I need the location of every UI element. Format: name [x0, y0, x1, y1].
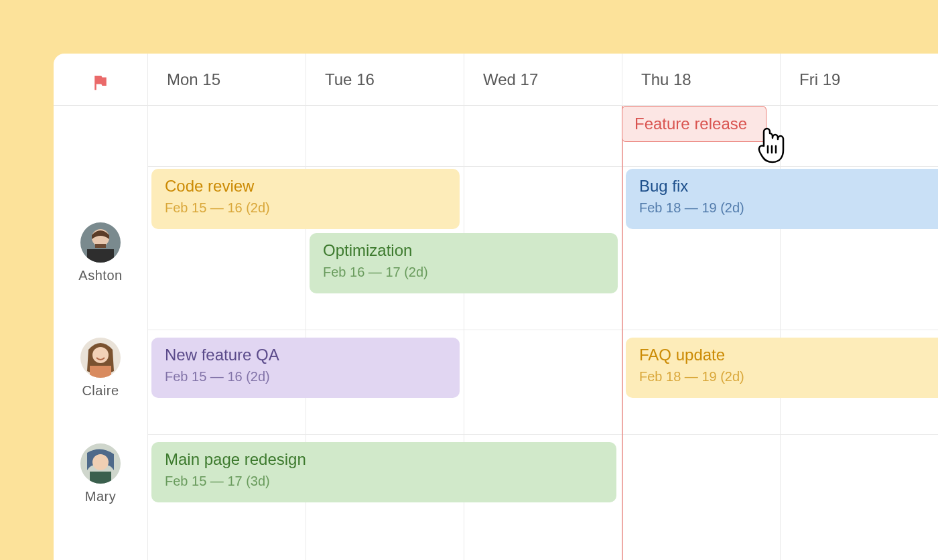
svg-rect-12 — [90, 472, 111, 484]
resource-mary[interactable]: Mary — [54, 443, 147, 537]
event-title: Main page redesign — [165, 450, 603, 470]
row-separator — [147, 330, 938, 330]
event-subtitle: Feb 15 — 17 (3d) — [165, 474, 603, 489]
event-subtitle: Feb 16 — 17 (2d) — [323, 265, 604, 280]
event-title: Bug fix — [639, 177, 927, 196]
svg-rect-3 — [95, 244, 106, 248]
resource-ashton[interactable]: Ashton — [54, 222, 147, 330]
event-title: Code review — [165, 177, 446, 196]
row-separator — [147, 434, 938, 435]
event-code-review[interactable]: Code review Feb 15 — 16 (2d) — [151, 169, 460, 229]
resource-name: Claire — [82, 383, 119, 399]
row-separator — [147, 166, 938, 167]
flag-icon — [90, 72, 111, 95]
event-title: New feature QA — [165, 346, 446, 365]
day-header-tue[interactable]: Tue 16 — [306, 54, 464, 105]
event-main-page-redesign[interactable]: Main page redesign Feb 15 — 17 (3d) — [151, 442, 616, 502]
event-subtitle: Feb 18 — 19 (2d) — [639, 200, 927, 216]
event-new-feature-qa[interactable]: New feature QA Feb 15 — 16 (2d) — [151, 338, 460, 398]
timeline-board: Mon 15 Tue 16 Wed 17 Thu 18 Fri 19 — [54, 54, 938, 560]
milestone-title: Feature release — [634, 115, 747, 133]
event-faq-update[interactable]: FAQ update Feb 18 — 19 (2d) — [626, 338, 938, 398]
svg-point-7 — [92, 347, 109, 363]
day-header-mon[interactable]: Mon 15 — [147, 54, 306, 105]
svg-point-11 — [92, 454, 109, 470]
avatar — [80, 222, 121, 263]
day-header-row: Mon 15 Tue 16 Wed 17 Thu 18 Fri 19 — [147, 54, 938, 106]
event-optimization[interactable]: Optimization Feb 16 — 17 (2d) — [310, 233, 618, 293]
milestone-feature-release[interactable]: Feature release — [622, 106, 766, 142]
avatar — [80, 338, 121, 378]
event-bug-fix[interactable]: Bug fix Feb 18 — 19 (2d) — [626, 169, 938, 229]
svg-rect-8 — [90, 366, 111, 378]
day-header-wed[interactable]: Wed 17 — [464, 54, 622, 105]
resource-name: Ashton — [78, 268, 122, 283]
resource-claire[interactable]: Claire — [54, 338, 147, 431]
day-header-thu[interactable]: Thu 18 — [622, 54, 780, 105]
event-subtitle: Feb 15 — 16 (2d) — [165, 369, 446, 384]
event-subtitle: Feb 15 — 16 (2d) — [165, 200, 446, 216]
event-title: Optimization — [323, 241, 604, 261]
avatar — [80, 443, 121, 484]
milestones-row-icon-cell — [54, 54, 147, 114]
svg-rect-4 — [87, 249, 114, 263]
day-header-fri[interactable]: Fri 19 — [780, 54, 938, 105]
today-marker-line — [622, 106, 623, 560]
event-subtitle: Feb 18 — 19 (2d) — [639, 369, 927, 384]
resource-name: Mary — [85, 489, 116, 504]
event-title: FAQ update — [639, 346, 927, 365]
